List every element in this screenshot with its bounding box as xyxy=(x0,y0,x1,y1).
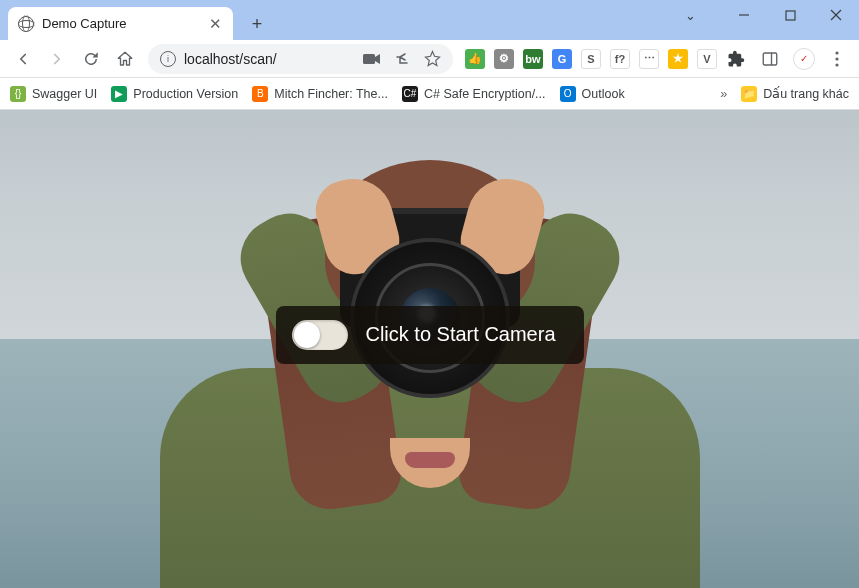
browser-toolbar: i localhost/scan/ 👍⚙bwGSf?⋯★V ✓ xyxy=(0,40,859,78)
bookmark-item[interactable]: {}Swagger UI xyxy=(10,86,97,102)
bookmark-label: Swagger UI xyxy=(32,87,97,101)
bookmark-item[interactable]: OOutlook xyxy=(560,86,625,102)
folder-icon: 📁 xyxy=(741,86,757,102)
home-button[interactable] xyxy=(110,44,140,74)
maximize-button[interactable] xyxy=(767,0,813,30)
svg-rect-4 xyxy=(363,54,375,64)
back-button[interactable] xyxy=(8,44,38,74)
bookmarks-overflow: » 📁 Dấu trang khác xyxy=(720,86,849,102)
extensions-row: 👍⚙bwGSf?⋯★V xyxy=(465,49,717,69)
camera-toggle-label: Click to Start Camera xyxy=(365,323,555,346)
minimize-button[interactable] xyxy=(721,0,767,30)
tab-title: Demo Capture xyxy=(42,16,199,31)
bookmark-icon: C# xyxy=(402,86,418,102)
toggle-knob xyxy=(293,322,319,348)
ext-star[interactable]: ★ xyxy=(668,49,688,69)
browser-titlebar: Demo Capture ✕ + ⌄ xyxy=(0,0,859,40)
svg-rect-5 xyxy=(763,53,777,65)
ext-v[interactable]: V xyxy=(697,49,717,69)
ext-green-thumb[interactable]: 👍 xyxy=(465,49,485,69)
bookmark-item[interactable]: BMitch Fincher: The... xyxy=(252,86,388,102)
profile-avatar[interactable]: ✓ xyxy=(789,44,819,74)
bookmark-icon: O xyxy=(560,86,576,102)
share-icon[interactable] xyxy=(393,50,411,68)
ext-dots[interactable]: ⋯ xyxy=(639,49,659,69)
bookmark-item[interactable]: ▶Production Version xyxy=(111,86,238,102)
ext-s[interactable]: S xyxy=(581,49,601,69)
close-tab-button[interactable]: ✕ xyxy=(207,16,223,32)
globe-icon xyxy=(18,16,34,32)
browser-tab[interactable]: Demo Capture ✕ xyxy=(8,7,233,40)
address-bar[interactable]: i localhost/scan/ xyxy=(148,44,453,74)
forward-button[interactable] xyxy=(42,44,72,74)
camera-icon[interactable] xyxy=(363,50,381,68)
bookmark-label: C# Safe Encryption/... xyxy=(424,87,546,101)
other-bookmarks-label: Dấu trang khác xyxy=(763,86,849,101)
close-window-button[interactable] xyxy=(813,0,859,30)
ext-gear[interactable]: ⚙ xyxy=(494,49,514,69)
side-panel-icon[interactable] xyxy=(755,44,785,74)
camera-toggle[interactable] xyxy=(291,320,347,350)
bookmarks-bar: {}Swagger UI▶Production VersionBMitch Fi… xyxy=(0,78,859,110)
svg-point-7 xyxy=(835,51,838,54)
bookmark-label: Production Version xyxy=(133,87,238,101)
ext-f[interactable]: f? xyxy=(610,49,630,69)
ext-translate[interactable]: G xyxy=(552,49,572,69)
reload-button[interactable] xyxy=(76,44,106,74)
url-text: localhost/scan/ xyxy=(184,51,355,67)
bookmarks-overflow-chevron[interactable]: » xyxy=(720,87,727,101)
bookmark-label: Mitch Fincher: The... xyxy=(274,87,388,101)
other-bookmarks[interactable]: 📁 Dấu trang khác xyxy=(741,86,849,102)
ext-bw[interactable]: bw xyxy=(523,49,543,69)
bookmark-item[interactable]: C#C# Safe Encryption/... xyxy=(402,86,546,102)
new-tab-button[interactable]: + xyxy=(243,10,271,38)
chevron-down-icon[interactable]: ⌄ xyxy=(667,0,713,30)
bookmark-icon: B xyxy=(252,86,268,102)
camera-start-overlay: Click to Start Camera xyxy=(275,306,583,364)
bookmark-icon: {} xyxy=(10,86,26,102)
extensions-puzzle-icon[interactable] xyxy=(721,44,751,74)
svg-point-9 xyxy=(835,63,838,66)
site-info-icon[interactable]: i xyxy=(160,51,176,67)
bookmark-star-icon[interactable] xyxy=(423,50,441,68)
svg-point-8 xyxy=(835,57,838,60)
svg-rect-1 xyxy=(786,11,795,20)
window-controls: ⌄ xyxy=(667,0,859,30)
bookmark-icon: ▶ xyxy=(111,86,127,102)
browser-menu-button[interactable] xyxy=(823,45,851,73)
page-content: Click to Start Camera xyxy=(0,110,859,588)
bookmark-label: Outlook xyxy=(582,87,625,101)
